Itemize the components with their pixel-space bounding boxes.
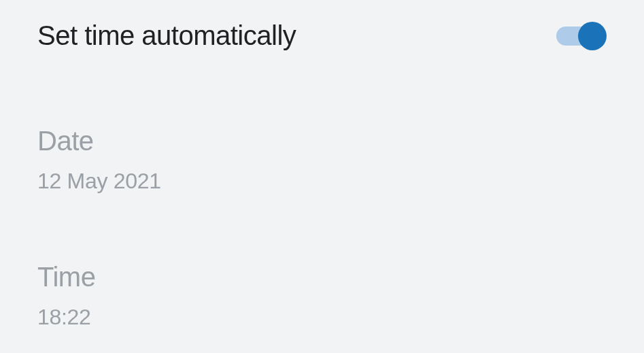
toggle-thumb (578, 22, 607, 50)
date-value: 12 May 2021 (37, 169, 607, 194)
date-setting: Date 12 May 2021 (37, 126, 607, 194)
auto-time-toggle[interactable] (556, 26, 607, 46)
date-label: Date (37, 126, 607, 156)
time-setting: Time 18:22 (37, 262, 607, 330)
auto-time-label: Set time automatically (37, 20, 296, 51)
time-label: Time (37, 262, 607, 292)
auto-time-row[interactable]: Set time automatically (37, 20, 607, 51)
time-value: 18:22 (37, 305, 607, 330)
